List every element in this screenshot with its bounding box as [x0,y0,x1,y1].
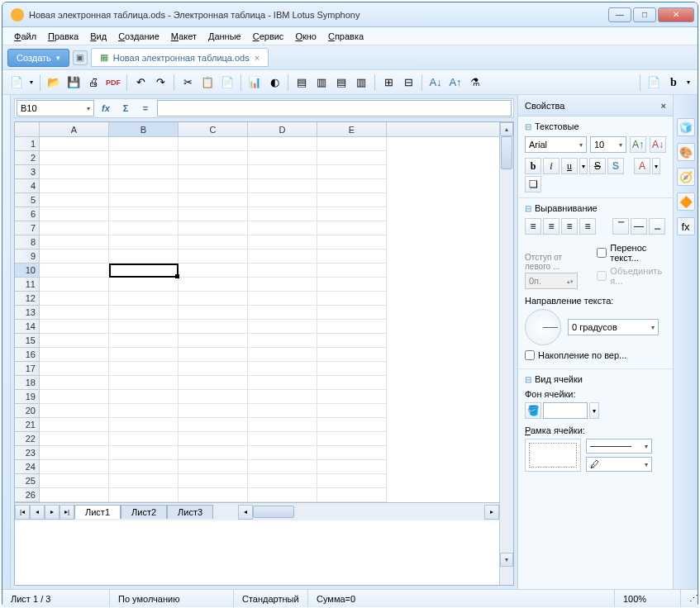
cell[interactable] [179,474,248,488]
cell[interactable] [317,390,387,404]
cell[interactable] [109,404,179,418]
cell[interactable] [109,264,179,278]
cell[interactable] [109,306,179,320]
cell[interactable] [109,432,179,446]
cell[interactable] [248,278,317,292]
cell-reference-box[interactable]: B10 [17,100,94,116]
cell[interactable] [40,390,109,404]
cell-view-section-header[interactable]: Вид ячейки [525,374,666,384]
cell[interactable] [248,488,317,502]
cell[interactable] [40,207,109,221]
cell[interactable] [109,179,179,193]
sort-asc-icon[interactable]: A↓ [426,74,445,92]
cell[interactable] [317,306,387,320]
cell[interactable] [40,137,109,151]
maximize-button[interactable]: □ [633,7,656,22]
sheet-nav-last[interactable]: ▸| [60,505,74,520]
cell[interactable] [317,362,387,376]
cell[interactable] [109,137,179,151]
border-style-combo[interactable] [586,439,652,454]
cell[interactable] [179,418,248,432]
cell[interactable] [109,488,179,502]
cell[interactable] [109,249,179,264]
row-header[interactable]: 7 [15,221,39,235]
cell[interactable] [179,320,248,334]
row-header[interactable]: 19 [15,390,39,404]
cell[interactable] [40,348,109,362]
menu-справка[interactable]: Справка [323,30,369,43]
cell[interactable] [248,221,317,235]
cell[interactable] [248,165,317,179]
cell[interactable] [317,193,387,207]
cell[interactable] [317,221,387,235]
stack-checkbox[interactable] [525,350,535,360]
create-button[interactable]: Создать [7,49,69,67]
delete-col-icon[interactable]: ▥ [352,74,370,92]
cell[interactable] [317,292,387,306]
shadow-button[interactable]: S [607,158,624,174]
cell[interactable] [317,376,387,390]
cell[interactable] [317,460,387,474]
resize-grip-icon[interactable]: ⋰ [681,590,698,607]
menu-данные[interactable]: Данные [203,30,246,43]
sheet-nav-next[interactable]: ▸ [45,505,60,520]
row-header[interactable]: 20 [15,404,39,418]
properties-tab-icon[interactable]: 🧊 [677,118,695,136]
cell[interactable] [179,235,248,249]
undo-icon[interactable]: ↶ [131,74,150,92]
indent-spinner[interactable]: 0п. [525,273,578,289]
cell[interactable] [179,488,248,502]
formula-input[interactable] [157,100,512,116]
cell[interactable] [40,488,109,502]
underline-button[interactable]: u [561,158,578,174]
cell[interactable] [179,193,248,207]
panel-close-icon[interactable]: × [661,101,666,111]
cell[interactable] [179,306,248,320]
functions-tab-icon[interactable]: fx [677,217,695,235]
cell[interactable] [40,432,109,446]
cell[interactable] [179,249,248,264]
cell[interactable] [248,334,317,348]
align-left-icon[interactable]: ≡ [525,218,541,235]
merge-icon[interactable]: ⊞ [379,74,398,92]
text-angle-dial[interactable] [525,309,561,345]
bg-color-preview[interactable] [543,402,588,419]
status-zoom[interactable]: 100% [615,590,681,607]
cell[interactable] [109,376,179,390]
fill-icon[interactable]: 🪣 [525,402,541,419]
cell[interactable] [248,432,317,446]
cell[interactable] [109,390,179,404]
bg-color-dropdown[interactable]: ▾ [589,402,599,419]
paste-icon[interactable]: 📄 [218,74,236,92]
cell[interactable] [248,404,317,418]
row-header[interactable]: 5 [15,193,39,207]
cell[interactable] [109,446,179,460]
pdf-icon[interactable]: PDF [104,74,122,92]
redo-icon[interactable]: ↷ [151,74,169,92]
decrease-font-icon[interactable]: A↓ [650,136,666,153]
cell[interactable] [179,137,248,151]
font-color-dropdown[interactable]: ▾ [652,158,660,174]
menu-создание[interactable]: Создание [113,30,164,43]
hscroll-right[interactable]: ▸ [484,505,499,520]
row-header[interactable]: 16 [15,348,39,362]
cell[interactable] [179,362,248,376]
cell[interactable] [109,151,179,165]
sort-desc-icon[interactable]: A↑ [446,74,464,92]
cell[interactable] [40,376,109,390]
row-header[interactable]: 2 [15,151,39,165]
save-icon[interactable]: 💾 [64,74,83,92]
vscroll-up[interactable]: ▴ [500,122,513,136]
wrap-checkbox[interactable] [597,248,607,258]
cell[interactable] [40,221,109,235]
cell[interactable] [317,264,387,278]
sheet-nav-first[interactable]: |◂ [15,505,30,520]
cell[interactable] [248,320,317,334]
row-header[interactable]: 17 [15,362,39,376]
cell[interactable] [248,460,317,474]
split-icon[interactable]: ⊟ [399,74,417,92]
cell[interactable] [109,460,179,474]
cell[interactable] [40,306,109,320]
cell[interactable] [248,207,317,221]
highlight-button[interactable]: ❏ [525,176,541,192]
